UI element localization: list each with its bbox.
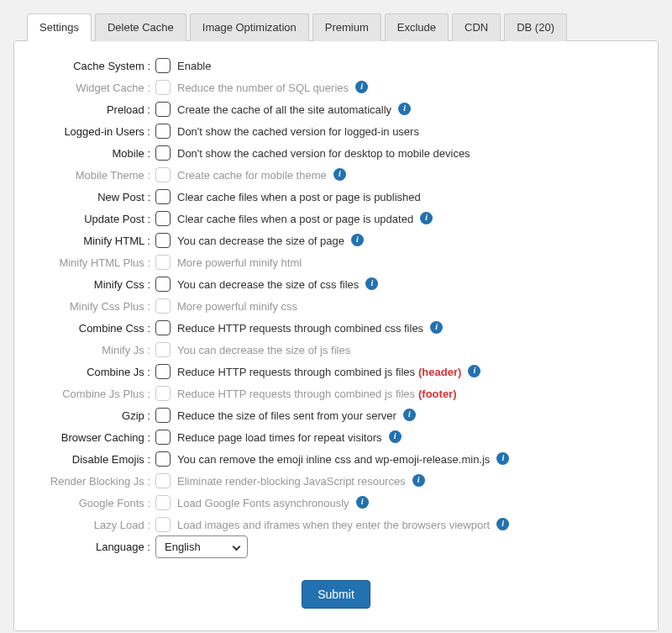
- setting-checkbox: [155, 495, 171, 510]
- setting-description: You can decrease the size of page: [177, 235, 344, 247]
- setting-row: Render Blocking Js :Eliminate render-blo…: [29, 472, 643, 490]
- setting-checkbox[interactable]: [155, 124, 171, 139]
- setting-description: You can remove the emoji inline css and …: [177, 453, 490, 466]
- setting-description: Reduce the size of files sent from your …: [177, 409, 396, 422]
- setting-label: Minify HTML :: [29, 235, 155, 247]
- info-icon[interactable]: i: [403, 409, 416, 421]
- info-icon[interactable]: i: [351, 234, 364, 246]
- setting-checkbox[interactable]: [155, 451, 171, 467]
- tab-settings[interactable]: Settings: [27, 13, 92, 41]
- tab-exclude[interactable]: Exclude: [385, 13, 449, 41]
- tab-delete[interactable]: Delete Cache: [95, 13, 186, 41]
- setting-label: Cache System :: [29, 60, 155, 72]
- info-icon[interactable]: i: [356, 496, 369, 509]
- tab-imgopt[interactable]: Image Optimization: [190, 13, 309, 41]
- setting-row: Combine Js :Reduce HTTP requests through…: [29, 362, 643, 381]
- info-icon[interactable]: i: [468, 365, 480, 377]
- setting-description: Create cache for mobile theme: [177, 169, 327, 182]
- setting-row: Lazy Load :Load images and iframes when …: [29, 515, 643, 534]
- tab-db[interactable]: DB (20): [504, 13, 567, 41]
- info-icon[interactable]: i: [333, 168, 346, 181]
- setting-checkbox[interactable]: [155, 320, 171, 335]
- setting-checkbox: [155, 80, 171, 95]
- setting-label: Update Post :: [29, 213, 155, 225]
- setting-row: Combine Css :Reduce HTTP requests throug…: [29, 319, 643, 337]
- info-icon[interactable]: i: [398, 103, 411, 115]
- setting-row: Widget Cache :Reduce the number of SQL q…: [29, 78, 643, 97]
- setting-row: Gzip :Reduce the size of files sent from…: [29, 406, 643, 425]
- setting-description: Don't show the cached version for logged…: [177, 125, 419, 138]
- setting-label: Render Blocking Js :: [29, 475, 155, 488]
- setting-row: Minify Css :You can decrease the size of…: [29, 275, 643, 293]
- setting-description: Create the cache of all the site automat…: [177, 103, 391, 116]
- setting-checkbox[interactable]: [155, 364, 171, 379]
- setting-row: Disable Emojis :You can remove the emoji…: [29, 450, 643, 468]
- setting-checkbox: [155, 473, 171, 488]
- setting-description: Clear cache files when a post or page is…: [177, 191, 421, 203]
- tabs-bar: SettingsDelete CacheImage OptimizationPr…: [13, 13, 659, 41]
- info-icon[interactable]: i: [389, 430, 402, 443]
- setting-description: Enable: [177, 60, 211, 72]
- setting-description: More powerful minify html: [177, 256, 302, 269]
- language-row: Language : English: [29, 534, 643, 560]
- setting-row: Logged-in Users :Don't show the cached v…: [29, 122, 643, 140]
- setting-checkbox: [155, 386, 171, 401]
- setting-label: Widget Cache :: [29, 82, 155, 94]
- language-select-wrap: English: [155, 535, 248, 558]
- setting-checkbox[interactable]: [155, 408, 171, 423]
- settings-panel: Cache System :EnableWidget Cache :Reduce…: [13, 40, 659, 631]
- setting-row: Minify HTML :You can decrease the size o…: [29, 231, 643, 250]
- setting-label: Preload :: [29, 103, 155, 116]
- setting-label: Minify Css :: [29, 278, 155, 291]
- setting-description: Clear cache files when a post or page is…: [177, 213, 413, 225]
- setting-checkbox: [155, 255, 171, 270]
- setting-checkbox[interactable]: [155, 189, 171, 204]
- setting-checkbox: [155, 298, 171, 314]
- info-icon[interactable]: i: [430, 321, 443, 334]
- setting-checkbox[interactable]: [155, 145, 171, 161]
- submit-button[interactable]: Submit: [302, 580, 370, 609]
- setting-label: Disable Emojis :: [29, 453, 155, 466]
- setting-checkbox[interactable]: [155, 102, 171, 117]
- setting-badge: (header): [418, 366, 461, 378]
- setting-description: Load Google Fonts asynchronously: [177, 497, 349, 509]
- setting-checkbox[interactable]: [155, 277, 171, 292]
- tab-premium[interactable]: Premium: [312, 13, 381, 41]
- info-icon[interactable]: i: [496, 452, 509, 465]
- setting-checkbox[interactable]: [155, 233, 171, 248]
- setting-label: Minify Js :: [29, 344, 155, 356]
- setting-description: Eliminate render-blocking JavaScript res…: [177, 475, 406, 488]
- setting-description: You can decrease the size of js files: [177, 344, 350, 356]
- setting-checkbox[interactable]: [155, 430, 171, 445]
- info-icon[interactable]: i: [355, 81, 368, 93]
- info-icon[interactable]: i: [365, 277, 378, 290]
- setting-label: Combine Css :: [29, 322, 155, 335]
- setting-label: Minify HTML Plus :: [29, 256, 155, 269]
- info-icon[interactable]: i: [412, 474, 425, 487]
- setting-row: New Post :Clear cache files when a post …: [29, 187, 643, 206]
- setting-row: Minify Css Plus :More powerful minify cs…: [29, 297, 643, 315]
- setting-description: Reduce HTTP requests through combined cs…: [177, 322, 423, 335]
- setting-label: Google Fonts :: [29, 497, 155, 509]
- setting-checkbox[interactable]: [155, 58, 171, 73]
- info-icon[interactable]: i: [496, 518, 509, 530]
- setting-checkbox[interactable]: [155, 211, 171, 226]
- language-label: Language :: [29, 541, 155, 553]
- setting-description: Reduce HTTP requests through combined js…: [177, 388, 415, 400]
- setting-row: Combine Js Plus :Reduce HTTP requests th…: [29, 384, 643, 403]
- setting-label: Combine Js :: [29, 366, 155, 378]
- setting-row: Google Fonts :Load Google Fonts asynchro…: [29, 493, 643, 512]
- setting-row: Browser Caching :Reduce page load times …: [29, 428, 643, 446]
- tab-cdn[interactable]: CDN: [452, 13, 501, 41]
- setting-label: Combine Js Plus :: [29, 388, 155, 400]
- info-icon[interactable]: i: [420, 212, 433, 224]
- language-select[interactable]: English: [155, 535, 248, 558]
- setting-label: Logged-in Users :: [29, 125, 155, 138]
- setting-row: Minify HTML Plus :More powerful minify h…: [29, 253, 643, 272]
- setting-label: Browser Caching :: [29, 431, 155, 444]
- setting-row: Cache System :Enable: [29, 56, 643, 75]
- setting-label: Gzip :: [29, 409, 155, 422]
- setting-description: More powerful minify css: [177, 300, 297, 313]
- setting-label: Minify Css Plus :: [29, 300, 155, 313]
- setting-description: Don't show the cached version for deskto…: [177, 147, 470, 160]
